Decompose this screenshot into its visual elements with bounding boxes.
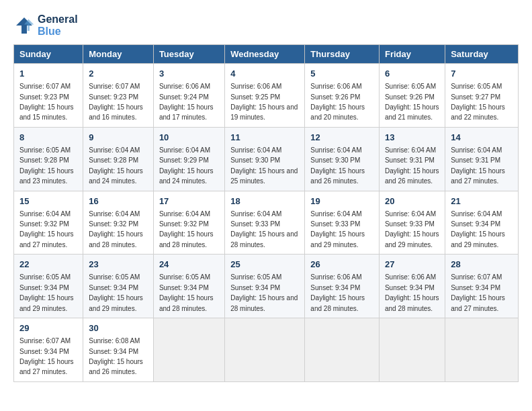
calendar-cell: 19 Sunrise: 6:04 AM Sunset: 9:33 PM Dayl… <box>305 191 380 255</box>
day-number: 3 <box>159 68 219 80</box>
day-sunrise: Sunrise: 6:05 AM <box>385 83 436 90</box>
day-sunset: Sunset: 9:34 PM <box>451 220 500 228</box>
day-daylight: Daylight: 15 hours and 26 minutes. <box>385 167 439 185</box>
day-number: 26 <box>310 259 373 271</box>
calendar-cell <box>153 318 224 382</box>
day-sunrise: Sunrise: 6:04 AM <box>310 146 361 154</box>
day-sunrise: Sunrise: 6:04 AM <box>385 210 436 218</box>
day-daylight: Daylight: 15 hours and 28 minutes. <box>230 294 298 312</box>
column-header-sunday: Sunday <box>14 45 83 64</box>
day-sunrise: Sunrise: 6:06 AM <box>310 83 361 90</box>
day-daylight: Daylight: 15 hours and 16 minutes. <box>89 103 143 121</box>
day-number: 12 <box>310 132 373 144</box>
day-sunrise: Sunrise: 6:06 AM <box>159 83 210 90</box>
day-daylight: Daylight: 15 hours and 28 minutes. <box>230 230 298 248</box>
day-sunset: Sunset: 9:29 PM <box>159 156 209 164</box>
calendar-cell: 2 Sunrise: 6:07 AM Sunset: 9:23 PM Dayli… <box>83 64 154 128</box>
day-number: 6 <box>385 68 439 80</box>
day-sunrise: Sunrise: 6:05 AM <box>19 273 71 281</box>
calendar-cell: 23 Sunrise: 6:05 AM Sunset: 9:34 PM Dayl… <box>83 255 154 318</box>
day-sunrise: Sunrise: 6:05 AM <box>230 273 281 281</box>
day-sunset: Sunset: 9:34 PM <box>230 284 280 291</box>
calendar-cell: 5 Sunrise: 6:06 AM Sunset: 9:26 PM Dayli… <box>305 64 380 128</box>
day-sunrise: Sunrise: 6:07 AM <box>89 83 140 90</box>
calendar-cell: 6 Sunrise: 6:05 AM Sunset: 9:26 PM Dayli… <box>379 64 445 128</box>
day-daylight: Daylight: 15 hours and 19 minutes. <box>230 103 298 121</box>
day-daylight: Daylight: 15 hours and 28 minutes. <box>159 294 214 312</box>
day-sunrise: Sunrise: 6:04 AM <box>89 146 140 154</box>
day-daylight: Daylight: 15 hours and 22 minutes. <box>451 103 505 121</box>
day-sunset: Sunset: 9:34 PM <box>89 284 138 291</box>
calendar-cell: 16 Sunrise: 6:04 AM Sunset: 9:32 PM Dayl… <box>83 191 154 255</box>
calendar-cell: 17 Sunrise: 6:04 AM Sunset: 9:32 PM Dayl… <box>153 191 224 255</box>
day-number: 28 <box>451 259 513 271</box>
calendar-week-4: 22 Sunrise: 6:05 AM Sunset: 9:34 PM Dayl… <box>14 255 519 318</box>
day-daylight: Daylight: 15 hours and 28 minutes. <box>159 230 214 248</box>
calendar-cell: 22 Sunrise: 6:05 AM Sunset: 9:34 PM Dayl… <box>14 255 83 318</box>
calendar-body: 1 Sunrise: 6:07 AM Sunset: 9:23 PM Dayli… <box>14 64 519 382</box>
column-header-monday: Monday <box>83 45 154 64</box>
day-number: 21 <box>451 195 513 208</box>
day-number: 5 <box>310 68 373 80</box>
calendar-cell: 8 Sunrise: 6:05 AM Sunset: 9:28 PM Dayli… <box>14 127 83 191</box>
calendar-cell: 1 Sunrise: 6:07 AM Sunset: 9:23 PM Dayli… <box>14 64 83 128</box>
day-daylight: Daylight: 15 hours and 29 minutes. <box>19 294 74 312</box>
day-daylight: Daylight: 15 hours and 15 minutes. <box>19 103 74 121</box>
day-sunrise: Sunrise: 6:04 AM <box>19 210 71 218</box>
day-sunrise: Sunrise: 6:05 AM <box>451 83 502 90</box>
day-number: 16 <box>89 195 148 208</box>
day-sunset: Sunset: 9:26 PM <box>385 93 435 101</box>
day-number: 29 <box>19 322 77 334</box>
day-number: 19 <box>310 195 373 208</box>
day-sunrise: Sunrise: 6:04 AM <box>451 146 502 154</box>
day-sunset: Sunset: 9:33 PM <box>230 220 280 228</box>
day-sunset: Sunset: 9:31 PM <box>385 156 435 164</box>
day-sunrise: Sunrise: 6:04 AM <box>159 210 210 218</box>
calendar-cell: 15 Sunrise: 6:04 AM Sunset: 9:32 PM Dayl… <box>14 191 83 255</box>
column-header-tuesday: Tuesday <box>153 45 224 64</box>
day-sunrise: Sunrise: 6:04 AM <box>385 146 436 154</box>
day-sunset: Sunset: 9:34 PM <box>89 348 138 355</box>
logo-text: General Blue <box>38 13 78 38</box>
day-sunset: Sunset: 9:23 PM <box>19 93 69 101</box>
day-sunrise: Sunrise: 6:07 AM <box>19 337 71 345</box>
day-number: 22 <box>19 259 77 271</box>
day-daylight: Daylight: 15 hours and 28 minutes. <box>385 294 439 312</box>
calendar-cell: 12 Sunrise: 6:04 AM Sunset: 9:30 PM Dayl… <box>305 127 380 191</box>
day-daylight: Daylight: 15 hours and 27 minutes. <box>19 230 74 248</box>
day-number: 1 <box>19 68 77 80</box>
day-sunset: Sunset: 9:34 PM <box>451 284 500 291</box>
day-number: 14 <box>451 132 513 144</box>
column-header-saturday: Saturday <box>445 45 519 64</box>
day-sunrise: Sunrise: 6:06 AM <box>310 273 361 281</box>
calendar-cell: 20 Sunrise: 6:04 AM Sunset: 9:33 PM Dayl… <box>379 191 445 255</box>
day-sunrise: Sunrise: 6:07 AM <box>451 273 502 281</box>
day-number: 4 <box>230 68 299 80</box>
day-number: 11 <box>230 132 299 144</box>
day-daylight: Daylight: 15 hours and 20 minutes. <box>310 103 365 121</box>
day-sunset: Sunset: 9:34 PM <box>19 348 69 355</box>
day-daylight: Daylight: 15 hours and 27 minutes. <box>19 358 74 375</box>
day-sunset: Sunset: 9:34 PM <box>310 284 360 291</box>
day-sunset: Sunset: 9:34 PM <box>159 284 209 291</box>
day-daylight: Daylight: 15 hours and 24 minutes. <box>89 167 143 185</box>
calendar-cell <box>305 318 380 382</box>
calendar-cell: 9 Sunrise: 6:04 AM Sunset: 9:28 PM Dayli… <box>83 127 154 191</box>
day-sunset: Sunset: 9:32 PM <box>19 220 69 228</box>
day-number: 9 <box>89 132 148 144</box>
day-sunrise: Sunrise: 6:04 AM <box>89 210 140 218</box>
svg-marker-0 <box>16 17 32 34</box>
day-daylight: Daylight: 15 hours and 27 minutes. <box>451 294 505 312</box>
day-sunset: Sunset: 9:26 PM <box>310 93 360 101</box>
calendar-cell: 18 Sunrise: 6:04 AM Sunset: 9:33 PM Dayl… <box>225 191 305 255</box>
day-sunrise: Sunrise: 6:08 AM <box>89 337 140 345</box>
day-number: 10 <box>159 132 219 144</box>
day-daylight: Daylight: 15 hours and 29 minutes. <box>451 230 505 248</box>
day-sunset: Sunset: 9:25 PM <box>230 93 280 101</box>
day-daylight: Daylight: 15 hours and 17 minutes. <box>159 103 214 121</box>
day-daylight: Daylight: 15 hours and 24 minutes. <box>159 167 214 185</box>
calendar-cell: 3 Sunrise: 6:06 AM Sunset: 9:24 PM Dayli… <box>153 64 224 128</box>
day-daylight: Daylight: 15 hours and 27 minutes. <box>451 167 505 185</box>
calendar-cell: 26 Sunrise: 6:06 AM Sunset: 9:34 PM Dayl… <box>305 255 380 318</box>
day-sunrise: Sunrise: 6:05 AM <box>159 273 210 281</box>
